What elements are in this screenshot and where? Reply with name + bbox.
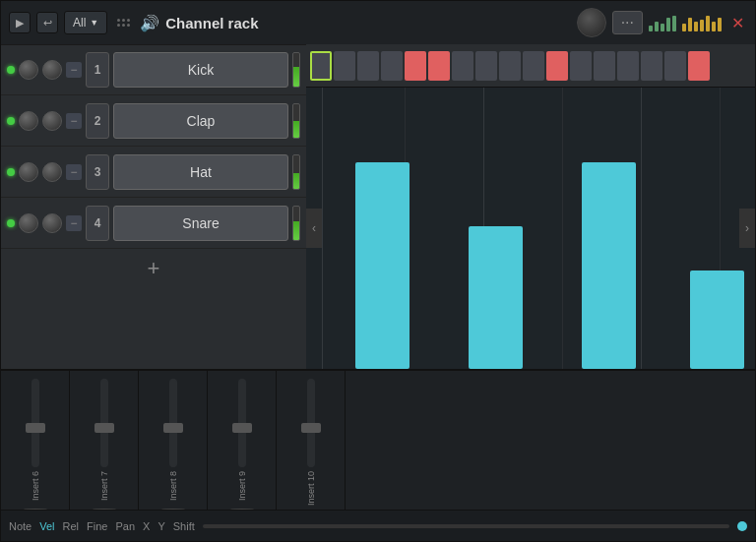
- step-10[interactable]: [523, 51, 544, 81]
- note-bar-1[interactable]: [355, 162, 410, 369]
- step-16[interactable]: [664, 51, 686, 81]
- channel-4-name-button[interactable]: Snare: [113, 206, 288, 241]
- channel-4-led[interactable]: [7, 219, 15, 227]
- fader-track-10: [307, 379, 315, 467]
- channel-row-1: − 1 Kick: [1, 44, 306, 95]
- logo-circle: [577, 8, 606, 37]
- mixer-strip-7: Insert 7: [70, 371, 139, 510]
- piano-roll[interactable]: ‹ ›: [306, 88, 755, 369]
- channel-1-vol-knob[interactable]: [19, 60, 38, 80]
- green-chart[interactable]: [649, 14, 676, 31]
- channel-4-vol-knob[interactable]: [19, 213, 38, 233]
- note-bar-4[interactable]: [690, 271, 744, 369]
- channel-1-mute-button[interactable]: −: [66, 62, 82, 78]
- note-label-note[interactable]: Note: [9, 520, 32, 532]
- step-11[interactable]: [546, 51, 568, 81]
- step-2[interactable]: [334, 51, 355, 81]
- strip-label-7: Insert 7: [99, 471, 109, 501]
- filter-dropdown[interactable]: All ▼: [64, 11, 107, 34]
- note-label-pan[interactable]: Pan: [115, 520, 135, 532]
- add-channel-button[interactable]: +: [1, 249, 306, 288]
- main-area: − 1 Kick − 2 Clap: [1, 44, 755, 369]
- channel-1-led[interactable]: [7, 66, 15, 74]
- note-label-y[interactable]: Y: [158, 520, 164, 532]
- step-7[interactable]: [452, 51, 473, 81]
- more-button[interactable]: ···: [612, 11, 643, 34]
- note-label-x[interactable]: X: [143, 520, 150, 532]
- note-label-shift[interactable]: Shift: [173, 520, 195, 532]
- step-17[interactable]: [688, 51, 710, 81]
- channel-2-led[interactable]: [7, 117, 15, 125]
- channel-2-pan-knob[interactable]: [42, 111, 62, 131]
- mixer-strip-6: Insert 6: [1, 371, 70, 510]
- channel-row-2: − 2 Clap: [1, 95, 306, 147]
- speaker-icon: 🔊: [140, 14, 159, 32]
- channel-2-vol-knob[interactable]: [19, 111, 38, 131]
- step-4[interactable]: [381, 51, 403, 81]
- note-bar-3[interactable]: [582, 162, 636, 369]
- step-14[interactable]: [617, 51, 639, 81]
- mixer-strip-9: Insert 9: [208, 371, 277, 510]
- strip-knob-7[interactable]: [93, 509, 116, 510]
- channel-4-strip-fill: [293, 221, 299, 240]
- play-button[interactable]: ▶: [9, 12, 31, 33]
- channel-2-strip-fill: [293, 121, 299, 138]
- step-5[interactable]: [405, 51, 426, 81]
- channel-3-vol-knob[interactable]: [19, 162, 38, 182]
- note-slider[interactable]: [203, 524, 729, 528]
- channel-2-strip[interactable]: [292, 103, 300, 139]
- pattern-view: ‹ ›: [306, 44, 755, 369]
- step-8[interactable]: [475, 51, 497, 81]
- scroll-right-button[interactable]: ›: [739, 209, 755, 248]
- undo-button[interactable]: ↩: [36, 12, 58, 33]
- channel-3-led[interactable]: [7, 168, 15, 176]
- channel-3-mute-button[interactable]: −: [66, 164, 82, 180]
- strip-label-9: Insert 9: [237, 471, 247, 501]
- note-label-vel[interactable]: Vel: [39, 520, 54, 532]
- step-3[interactable]: [357, 51, 379, 81]
- channel-list: − 1 Kick − 2 Clap: [1, 44, 306, 369]
- channel-2-mute-button[interactable]: −: [66, 113, 82, 129]
- strip-knob-8[interactable]: [161, 509, 185, 510]
- step-13[interactable]: [594, 51, 615, 81]
- fader-thumb-10[interactable]: [301, 423, 321, 433]
- app-window: ▶ ↩ All ▼ 🔊 Channel rack ···: [0, 0, 756, 542]
- step-12[interactable]: [570, 51, 592, 81]
- step-1[interactable]: [310, 51, 332, 81]
- step-6[interactable]: [428, 51, 450, 81]
- fader-thumb-8[interactable]: [163, 423, 183, 433]
- channel-4-mute-button[interactable]: −: [66, 215, 82, 231]
- channel-3-name-button[interactable]: Hat: [113, 154, 288, 190]
- note-dot[interactable]: [737, 521, 747, 531]
- channel-2-name-button[interactable]: Clap: [113, 103, 288, 139]
- channel-4-strip[interactable]: [292, 206, 300, 241]
- fader-thumb-9[interactable]: [232, 423, 252, 433]
- note-label-fine[interactable]: Fine: [87, 520, 107, 532]
- channel-3-strip[interactable]: [292, 154, 300, 190]
- channel-2-number: 2: [86, 103, 109, 139]
- strip-knob-9[interactable]: [230, 509, 254, 510]
- close-button[interactable]: ✕: [727, 14, 747, 32]
- step-15[interactable]: [641, 51, 662, 81]
- drag-handle: [117, 19, 130, 27]
- title-bar: ▶ ↩ All ▼ 🔊 Channel rack ···: [1, 1, 755, 44]
- window-title: Channel rack: [165, 15, 570, 31]
- channel-3-pan-knob[interactable]: [42, 162, 62, 182]
- orange-chart[interactable]: [682, 14, 722, 31]
- note-bar-2[interactable]: [469, 226, 523, 369]
- mixer-strips: Insert 6 Insert 7: [1, 371, 755, 510]
- channel-4-pan-knob[interactable]: [42, 213, 62, 233]
- channel-row-4: − 4 Snare: [1, 198, 306, 249]
- fader-thumb-7[interactable]: [94, 423, 114, 433]
- fader-track-9: [238, 379, 246, 467]
- strip-label-10: Insert 10: [306, 471, 316, 506]
- scroll-left-button[interactable]: ‹: [306, 209, 322, 248]
- strip-label-8: Insert 8: [168, 471, 178, 501]
- channel-1-name-button[interactable]: Kick: [113, 52, 288, 88]
- channel-1-pan-knob[interactable]: [42, 60, 62, 80]
- strip-knob-6[interactable]: [24, 509, 47, 510]
- step-9[interactable]: [499, 51, 521, 81]
- fader-thumb-6[interactable]: [26, 423, 45, 433]
- channel-1-strip[interactable]: [292, 52, 300, 88]
- note-label-rel[interactable]: Rel: [63, 520, 80, 532]
